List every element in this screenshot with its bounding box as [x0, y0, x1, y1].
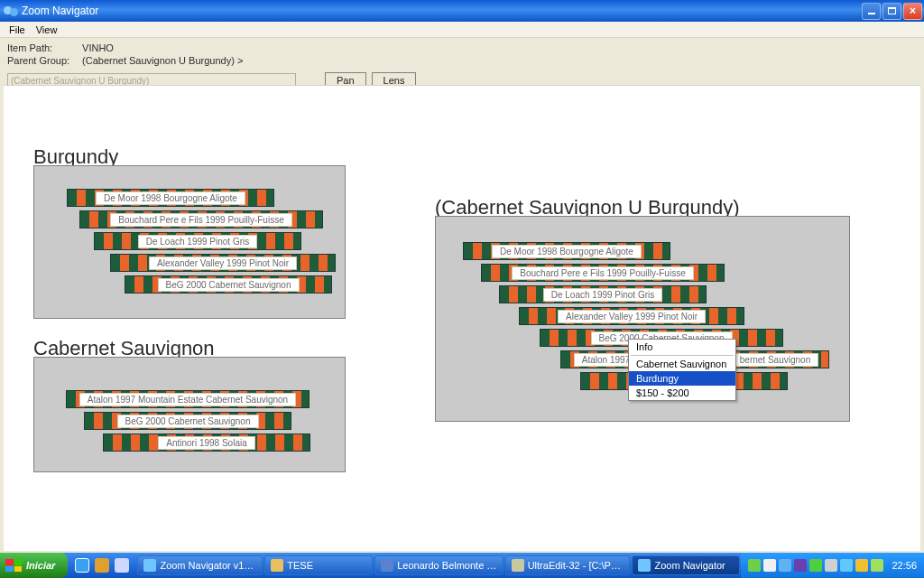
context-menu-separator [631, 355, 734, 356]
tray-icon[interactable] [825, 559, 837, 572]
folder-icon [271, 559, 283, 572]
app-icon [638, 559, 651, 572]
tray-icon[interactable] [809, 559, 822, 572]
system-tray: 22:56 [741, 553, 924, 578]
wine-item[interactable]: Atalon 1997 Mountain Estate Cabernet Sau… [66, 390, 310, 408]
menu-file[interactable]: File [4, 23, 31, 37]
wine-item[interactable]: BeG 2000 Cabernet Sauvignon [125, 275, 332, 294]
wine-item[interactable]: Alexander Valley 1999 Pinot Noir [110, 254, 336, 272]
tray-icon[interactable] [871, 559, 883, 572]
wine-item[interactable]: Bouchard Pere e Fils 1999 Pouilly-Fuisse [481, 264, 725, 282]
wine-item-truncated[interactable]: bernet Sauvignon [721, 350, 829, 368]
window-title: Zoom Navigator [22, 5, 98, 17]
tray-icon[interactable] [748, 559, 761, 572]
item-path-value: VINHO [82, 42, 114, 53]
context-menu: Info Cabernet Sauvignon Burdungy $150 - … [628, 339, 736, 401]
wine-item[interactable]: Alexander Valley 1999 Pinot Noir [519, 307, 744, 325]
item-path-label: Item Path: [7, 42, 79, 54]
wine-item[interactable]: De Loach 1999 Pinot Gris [499, 285, 707, 303]
wine-item[interactable]: De Loach 1999 Pinot Gris [94, 232, 301, 250]
close-button[interactable]: × [903, 3, 922, 20]
titlebar: Zoom Navigator × [0, 0, 924, 22]
minimize-button[interactable] [862, 3, 881, 20]
menu-view[interactable]: View [31, 23, 63, 37]
canvas[interactable]: Burgundy De Moor 1998 Bourgogne Aligote … [4, 85, 920, 551]
ie-icon[interactable] [75, 558, 89, 573]
wine-item[interactable]: Antinori 1998 Solaia [103, 434, 310, 452]
folder-icon[interactable] [95, 558, 109, 573]
taskbar-task[interactable]: UltraEdit-32 - [C:\Pro... [505, 555, 631, 575]
ultraedit-icon [512, 559, 524, 572]
windows-logo-icon [5, 559, 22, 572]
maximize-button[interactable] [882, 3, 901, 20]
word-icon [381, 559, 393, 572]
wine-item[interactable]: De Moor 1998 Bourgogne Aligote [463, 242, 670, 260]
menu-bar: File View [0, 22, 924, 38]
taskbar-task[interactable]: Zoom Navigator v1.0... [137, 555, 263, 575]
context-menu-item-cab[interactable]: Cabernet Sauvignon [629, 357, 735, 371]
show-desktop-icon[interactable] [115, 558, 129, 573]
clock[interactable]: 22:56 [892, 560, 917, 571]
wine-item[interactable]: Bouchard Pere e Fils 1999 Pouilly-Fuisse [79, 210, 323, 228]
wine-item[interactable]: BeG 2000 Cabernet Sauvignon [84, 412, 291, 430]
context-menu-item-price[interactable]: $150 - $200 [629, 386, 735, 400]
app-icon [143, 559, 156, 572]
parent-group-value: (Cabernet Sauvignon U Burgundy) > [82, 55, 243, 66]
taskbar-task-active[interactable]: Zoom Navigator [632, 555, 740, 575]
context-menu-item-info[interactable]: Info [629, 340, 735, 354]
tray-icon[interactable] [779, 559, 791, 572]
start-button[interactable]: Iniciar [0, 553, 68, 578]
wine-item[interactable]: De Moor 1998 Bourgogne Aligote [67, 189, 274, 207]
group-box-burgundy[interactable]: De Moor 1998 Bourgogne Aligote Bouchard … [33, 165, 346, 319]
tray-icon[interactable] [840, 559, 853, 572]
taskbar-task[interactable]: Leonardo Belmonte - ... [374, 555, 503, 575]
taskbar-task[interactable]: TESE [264, 555, 373, 575]
taskbar: Iniciar Zoom Navigator v1.0... TESE Leon… [0, 553, 924, 578]
parent-group-label: Parent Group: [7, 54, 79, 67]
tray-icon[interactable] [855, 559, 868, 572]
info-panel: Item Path: VINHO Parent Group: (Cabernet… [0, 38, 924, 67]
quick-launch [68, 553, 136, 578]
tray-icon[interactable] [763, 559, 776, 572]
group-box-cab[interactable]: Atalon 1997 Mountain Estate Cabernet Sau… [33, 357, 346, 472]
tray-icon[interactable] [794, 559, 807, 572]
app-icon [4, 5, 18, 17]
context-menu-item-burgundy[interactable]: Burdungy [629, 371, 735, 386]
